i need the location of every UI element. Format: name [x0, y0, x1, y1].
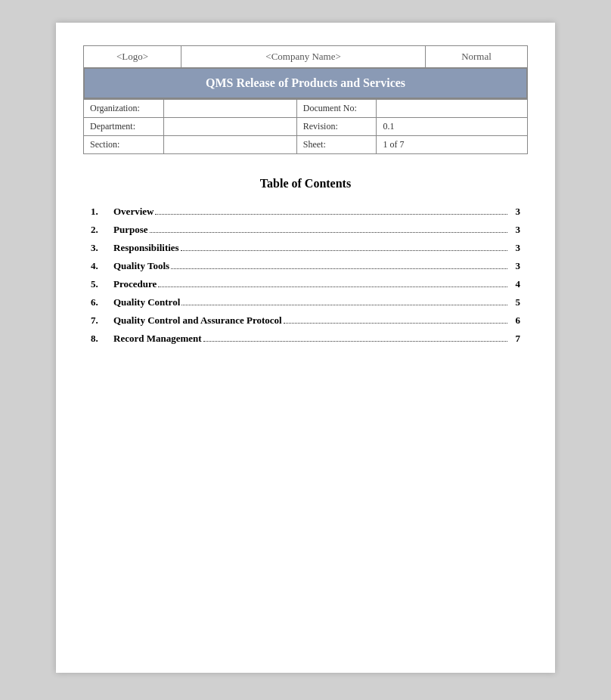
logo-cell: <Logo>: [84, 46, 181, 68]
toc-item: 1.Overview3: [91, 206, 520, 218]
docno-value: [377, 100, 528, 118]
toc-item-text: Record Management: [113, 333, 202, 345]
toc-item-number: 2.: [91, 224, 113, 236]
document-page: <Logo> <Company Name> Normal QMS Release…: [56, 23, 555, 673]
section-label: Section:: [84, 136, 164, 154]
toc-item-number: 3.: [91, 242, 113, 254]
toc-title: Table of Contents: [91, 177, 520, 190]
toc-item: 3.Responsibilities3: [91, 242, 520, 254]
toc-item-text: Procedure: [113, 278, 157, 290]
toc-item-text: Quality Control and Assurance Protocol: [113, 314, 282, 327]
toc-item-page: 5: [509, 296, 520, 308]
toc-item-text: Quality Control: [113, 296, 180, 308]
toc-item-text: Quality Tools: [113, 260, 169, 272]
toc-item-dots: [150, 232, 508, 233]
toc-item-text: Overview: [113, 206, 154, 218]
dept-label: Department:: [84, 118, 164, 136]
toc-item: 5.Procedure4: [91, 278, 520, 290]
toc-item-dots: [181, 305, 507, 305]
toc-item-dots: [155, 214, 507, 215]
section-value: [163, 136, 296, 154]
toc-item-text: Purpose: [113, 224, 148, 236]
header-table: <Logo> <Company Name> Normal QMS Release…: [83, 45, 528, 99]
sheet-value: 1 of 7: [377, 136, 528, 154]
org-value: [163, 100, 296, 118]
toc-list: 1.Overview32.Purpose33.Responsibilities3…: [91, 206, 520, 345]
toc-item-dots: [284, 323, 507, 324]
toc-item-number: 8.: [91, 333, 113, 345]
toc-item-number: 7.: [91, 314, 113, 327]
company-cell: <Company Name>: [181, 46, 426, 68]
toc-section: Table of Contents 1.Overview32.Purpose33…: [83, 177, 528, 345]
sheet-label: Sheet:: [296, 136, 377, 154]
toc-item-number: 5.: [91, 278, 113, 290]
toc-item-number: 4.: [91, 260, 113, 272]
toc-item-text: Responsibilities: [113, 242, 179, 254]
toc-item-number: 6.: [91, 296, 113, 308]
toc-item-page: 3: [509, 260, 520, 272]
toc-item-dots: [203, 341, 507, 342]
meta-table: Organization: Document No: Department: R…: [83, 99, 528, 154]
toc-item-dots: [171, 268, 507, 269]
dept-value: [163, 118, 296, 136]
status-cell: Normal: [425, 46, 527, 68]
toc-item-page: 4: [509, 278, 520, 290]
toc-item-page: 3: [509, 206, 520, 218]
toc-item-dots: [181, 250, 507, 251]
toc-item-page: 3: [509, 242, 520, 254]
toc-item-dots: [158, 287, 507, 287]
toc-item: 6.Quality Control5: [91, 296, 520, 308]
toc-item: 8.Record Management7: [91, 333, 520, 345]
rev-label: Revision:: [296, 118, 377, 136]
toc-item: 7.Quality Control and Assurance Protocol…: [91, 314, 520, 327]
toc-item: 4.Quality Tools3: [91, 260, 520, 272]
document-title: QMS Release of Products and Services: [85, 69, 527, 98]
toc-item-number: 1.: [91, 206, 113, 218]
docno-label: Document No:: [296, 100, 377, 118]
toc-item-page: 7: [509, 333, 520, 345]
rev-value: 0.1: [377, 118, 528, 136]
org-label: Organization:: [84, 100, 164, 118]
toc-item-page: 6: [509, 314, 520, 327]
toc-item: 2.Purpose3: [91, 224, 520, 236]
toc-item-page: 3: [509, 224, 520, 236]
